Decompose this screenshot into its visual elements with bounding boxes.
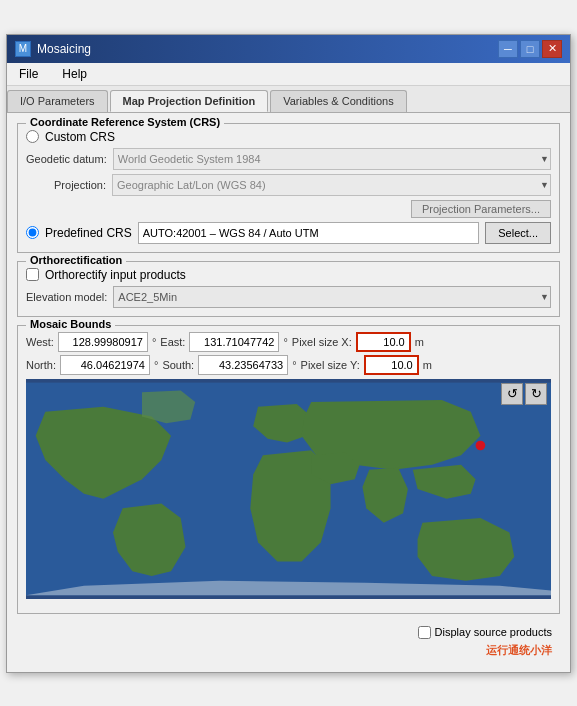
west-deg: °	[152, 336, 156, 348]
south-label: South:	[162, 359, 194, 371]
crs-group-label: Coordinate Reference System (CRS)	[26, 116, 224, 128]
proj-params-button[interactable]: Projection Parameters...	[411, 200, 551, 218]
orthorectify-row: Orthorectify input products	[26, 268, 551, 282]
elevation-select[interactable]: ACE2_5Min	[113, 286, 551, 308]
predefined-crs-radio[interactable]	[26, 226, 39, 239]
tab-variables[interactable]: Variables & Conditions	[270, 90, 406, 112]
north-label: North:	[26, 359, 56, 371]
world-map-svg	[26, 379, 551, 599]
geodetic-combo-wrapper: World Geodetic System 1984 ▼	[113, 148, 551, 170]
display-checkbox-row: Display source products	[418, 626, 552, 639]
tab-bar: I/O Parameters Map Projection Definition…	[7, 86, 570, 113]
display-source-checkbox[interactable]	[418, 626, 431, 639]
pixel-y-unit: m	[423, 359, 432, 371]
orthorectify-checkbox[interactable]	[26, 268, 39, 281]
bottom-bar: Display source products	[17, 622, 560, 643]
geodetic-label: Geodetic datum:	[26, 153, 107, 165]
east-input[interactable]	[189, 332, 279, 352]
bounds-group-label: Mosaic Bounds	[26, 318, 115, 330]
orthorectify-label: Orthorectify input products	[45, 268, 186, 282]
predefined-crs-label: Predefined CRS	[45, 226, 132, 240]
menu-bar: File Help	[7, 63, 570, 86]
south-input[interactable]	[198, 355, 288, 375]
geodetic-row: Geodetic datum: World Geodetic System 19…	[26, 148, 551, 170]
select-button[interactable]: Select...	[485, 222, 551, 244]
map-area[interactable]: ↺ ↻	[26, 379, 551, 599]
elevation-row: Elevation model: ACE2_5Min ▼	[26, 286, 551, 308]
predefined-crs-row: Predefined CRS Select...	[26, 222, 551, 244]
tab-map-projection[interactable]: Map Projection Definition	[110, 90, 269, 112]
redo-button[interactable]: ↻	[525, 383, 547, 405]
west-label: West:	[26, 336, 54, 348]
south-deg: °	[292, 359, 296, 371]
window-title: Mosaicing	[37, 42, 91, 56]
pixel-x-input[interactable]	[356, 332, 411, 352]
custom-crs-radio[interactable]	[26, 130, 39, 143]
custom-crs-row: Custom CRS	[26, 130, 551, 144]
title-bar-left: M Mosaicing	[15, 41, 91, 57]
title-bar: M Mosaicing ─ □ ✕	[7, 35, 570, 63]
geodetic-select[interactable]: World Geodetic System 1984	[113, 148, 551, 170]
custom-crs-label: Custom CRS	[45, 130, 115, 144]
projection-select[interactable]: Geographic Lat/Lon (WGS 84)	[112, 174, 551, 196]
ortho-group-label: Orthorectification	[26, 254, 126, 266]
projection-combo-wrapper: Geographic Lat/Lon (WGS 84) ▼	[112, 174, 551, 196]
maximize-button[interactable]: □	[520, 40, 540, 58]
main-window: M Mosaicing ─ □ ✕ File Help I/O Paramete…	[6, 34, 571, 673]
elevation-combo-wrapper: ACE2_5Min ▼	[113, 286, 551, 308]
title-controls: ─ □ ✕	[498, 40, 562, 58]
east-label: East:	[160, 336, 185, 348]
north-deg: °	[154, 359, 158, 371]
elevation-label: Elevation model:	[26, 291, 107, 303]
map-controls: ↺ ↻	[501, 383, 547, 405]
pixel-y-label: Pixel size Y:	[301, 359, 360, 371]
pixel-x-unit: m	[415, 336, 424, 348]
tab-io-parameters[interactable]: I/O Parameters	[7, 90, 108, 112]
watermark-text: 运行通统小洋	[486, 643, 552, 658]
menu-file[interactable]: File	[11, 65, 46, 83]
pixel-y-input[interactable]	[364, 355, 419, 375]
undo-button[interactable]: ↺	[501, 383, 523, 405]
bounds-group: Mosaic Bounds West: ° East: ° Pixel size…	[17, 325, 560, 614]
menu-help[interactable]: Help	[54, 65, 95, 83]
projection-label: Projection:	[26, 179, 106, 191]
east-deg: °	[283, 336, 287, 348]
display-source-label: Display source products	[435, 626, 552, 638]
projection-row: Projection: Geographic Lat/Lon (WGS 84) …	[26, 174, 551, 196]
north-input[interactable]	[60, 355, 150, 375]
app-icon: M	[15, 41, 31, 57]
ortho-group: Orthorectification Orthorectify input pr…	[17, 261, 560, 317]
predefined-crs-input[interactable]	[138, 222, 480, 244]
minimize-button[interactable]: ─	[498, 40, 518, 58]
crs-group: Coordinate Reference System (CRS) Custom…	[17, 123, 560, 253]
svg-point-1	[476, 440, 486, 450]
pixel-x-label: Pixel size X:	[292, 336, 352, 348]
close-button[interactable]: ✕	[542, 40, 562, 58]
west-input[interactable]	[58, 332, 148, 352]
main-content: Coordinate Reference System (CRS) Custom…	[7, 113, 570, 672]
